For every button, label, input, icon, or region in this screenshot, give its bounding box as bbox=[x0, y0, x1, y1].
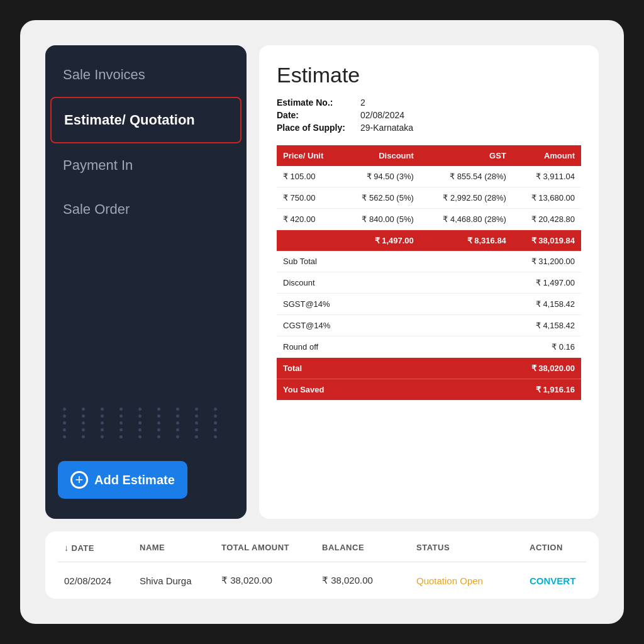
subtotal-empty bbox=[277, 230, 341, 252]
summary-discount-label: Discount bbox=[277, 272, 513, 294]
sidebar-item-payment-in[interactable]: Payment In bbox=[45, 143, 247, 187]
add-estimate-button[interactable]: + Add Estimate bbox=[58, 461, 187, 499]
top-section: Sale Invoices Estimate/ Quotation Paymen… bbox=[45, 45, 599, 519]
col-discount: Discount bbox=[341, 145, 420, 166]
row3-discount: ₹ 840.00 (5%) bbox=[341, 209, 420, 230]
row-status: Quotation Open bbox=[416, 575, 530, 586]
table-row: ₹ 105.00 ₹ 94.50 (3%) ₹ 855.54 (28%) ₹ 3… bbox=[277, 166, 581, 187]
sidebar-item-sale-order[interactable]: Sale Order bbox=[45, 187, 247, 231]
summary-roundoff-label: Round off bbox=[277, 336, 513, 358]
total-label: Total bbox=[277, 358, 513, 379]
col-price: Price/ Unit bbox=[277, 145, 341, 166]
date-value: 02/08/2024 bbox=[360, 110, 581, 120]
col-amount: Amount bbox=[513, 145, 581, 166]
sort-arrow-icon: ↓ bbox=[64, 543, 69, 553]
summary-sgst-label: SGST@14% bbox=[277, 294, 513, 315]
summary-cgst-value: ₹ 4,158.42 bbox=[513, 315, 581, 336]
row1-gst: ₹ 855.54 (28%) bbox=[420, 166, 513, 187]
col-header-date[interactable]: ↓ DATE bbox=[64, 543, 140, 553]
sidebar-item-sale-invoices[interactable]: Sale Invoices bbox=[45, 53, 247, 97]
summary-roundoff-value: ₹ 0.16 bbox=[513, 336, 581, 358]
estimate-no-label: Estimate No.: bbox=[277, 97, 345, 108]
saved-row: You Saved ₹ 1,916.16 bbox=[277, 379, 581, 401]
table-row: ₹ 420.00 ₹ 840.00 (5%) ₹ 4,468.80 (28%) … bbox=[277, 209, 581, 230]
row-date: 02/08/2024 bbox=[64, 575, 140, 586]
col-header-balance: BALANCE bbox=[322, 543, 416, 553]
place-label: Place of Supply: bbox=[277, 123, 345, 133]
row-total-amount: ₹ 38,020.00 bbox=[221, 575, 322, 586]
summary-row-roundoff: Round off ₹ 0.16 bbox=[277, 336, 581, 358]
row2-discount: ₹ 562.50 (5%) bbox=[341, 187, 420, 209]
summary-subtotal-value: ₹ 31,200.00 bbox=[513, 251, 581, 272]
estimate-table: Price/ Unit Discount GST Amount ₹ 105.00… bbox=[277, 145, 581, 401]
row3-price: ₹ 420.00 bbox=[277, 209, 341, 230]
row3-gst: ₹ 4,468.80 (28%) bbox=[420, 209, 513, 230]
row1-discount: ₹ 94.50 (3%) bbox=[341, 166, 420, 187]
row1-price: ₹ 105.00 bbox=[277, 166, 341, 187]
list-section: ↓ DATE NAME TOTAL AMOUNT BALANCE STATUS … bbox=[45, 531, 599, 599]
estimate-meta: Estimate No.: 2 Date: 02/08/2024 Place o… bbox=[277, 97, 581, 133]
subtotal-row: ₹ 1,497.00 ₹ 8,316.84 ₹ 38,019.84 bbox=[277, 230, 581, 252]
saved-value: ₹ 1,916.16 bbox=[513, 379, 581, 401]
summary-row-cgst: CGST@14% ₹ 4,158.42 bbox=[277, 315, 581, 336]
row3-amount: ₹ 20,428.80 bbox=[513, 209, 581, 230]
summary-row-discount: Discount ₹ 1,497.00 bbox=[277, 272, 581, 294]
table-row: ₹ 750.00 ₹ 562.50 (5%) ₹ 2,992.50 (28%) … bbox=[277, 187, 581, 209]
subtotal-amount: ₹ 38,019.84 bbox=[513, 230, 581, 252]
col-header-status: STATUS bbox=[416, 543, 530, 553]
sidebar-menu: Sale Invoices Estimate/ Quotation Paymen… bbox=[45, 53, 247, 231]
convert-button[interactable]: CONVERT bbox=[530, 575, 605, 586]
list-header: ↓ DATE NAME TOTAL AMOUNT BALANCE STATUS … bbox=[58, 531, 586, 562]
col-header-action: ACTION bbox=[530, 543, 605, 553]
summary-row-subtotal: Sub Total ₹ 31,200.00 bbox=[277, 251, 581, 272]
summary-discount-value: ₹ 1,497.00 bbox=[513, 272, 581, 294]
saved-label: You Saved bbox=[277, 379, 513, 401]
estimate-card: Estimate Estimate No.: 2 Date: 02/08/202… bbox=[259, 45, 599, 519]
sidebar-item-estimate-quotation[interactable]: Estimate/ Quotation bbox=[50, 97, 242, 143]
plus-circle-icon: + bbox=[70, 471, 88, 489]
summary-subtotal-label: Sub Total bbox=[277, 251, 513, 272]
total-row: Total ₹ 38,020.00 bbox=[277, 358, 581, 379]
row1-amount: ₹ 3,911.04 bbox=[513, 166, 581, 187]
row-balance: ₹ 38,020.00 bbox=[322, 575, 416, 586]
decorative-dots bbox=[45, 395, 247, 451]
subtotal-discount: ₹ 1,497.00 bbox=[341, 230, 420, 252]
estimate-no-value: 2 bbox=[360, 97, 581, 108]
total-value: ₹ 38,020.00 bbox=[513, 358, 581, 379]
row2-gst: ₹ 2,992.50 (28%) bbox=[420, 187, 513, 209]
col-header-total-amount: TOTAL AMOUNT bbox=[221, 543, 322, 553]
subtotal-gst: ₹ 8,316.84 bbox=[420, 230, 513, 252]
col-header-name: NAME bbox=[140, 543, 221, 553]
sidebar: Sale Invoices Estimate/ Quotation Paymen… bbox=[45, 45, 247, 519]
summary-cgst-label: CGST@14% bbox=[277, 315, 513, 336]
row-name: Shiva Durga bbox=[140, 575, 221, 586]
col-gst: GST bbox=[420, 145, 513, 166]
main-container: Sale Invoices Estimate/ Quotation Paymen… bbox=[20, 20, 624, 624]
summary-sgst-value: ₹ 4,158.42 bbox=[513, 294, 581, 315]
place-value: 29-Karnataka bbox=[360, 123, 581, 133]
row2-amount: ₹ 13,680.00 bbox=[513, 187, 581, 209]
estimate-title: Estimate bbox=[277, 63, 581, 87]
row2-price: ₹ 750.00 bbox=[277, 187, 341, 209]
date-label: Date: bbox=[277, 110, 345, 120]
summary-row-sgst: SGST@14% ₹ 4,158.42 bbox=[277, 294, 581, 315]
list-item: 02/08/2024 Shiva Durga ₹ 38,020.00 ₹ 38,… bbox=[58, 562, 586, 599]
